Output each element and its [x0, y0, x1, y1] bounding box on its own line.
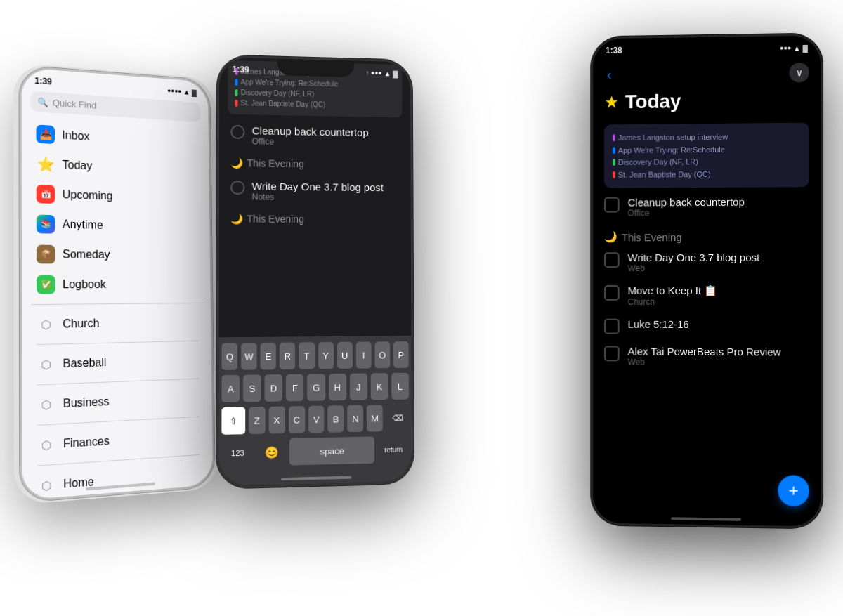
checkbox-middle-2[interactable] [230, 181, 244, 195]
key-g[interactable]: G [308, 374, 325, 401]
checkbox-middle-1[interactable] [230, 125, 244, 139]
key-j[interactable]: J [350, 374, 367, 400]
battery-icon-middle: ▓ [393, 70, 398, 77]
task-right-evening-4[interactable]: Alex Tai PowerBeats Pro Review Web [593, 339, 821, 374]
task-content-middle-2: Write Day One 3.7 blog post Notes [252, 180, 384, 203]
keyboard[interactable]: Q W E R T Y U I O P A S D F G H [218, 336, 412, 487]
key-m[interactable]: M [367, 405, 383, 431]
wifi-icon-middle: ▲ [384, 70, 391, 77]
sidebar-area-label-business: Business [63, 395, 110, 410]
key-q[interactable]: Q [222, 343, 238, 370]
screen-middle: 1:39 ↑ ●●● ▲ ▓ James Langston setup inte… [218, 57, 412, 486]
key-x[interactable]: X [268, 407, 285, 434]
rcal-item-1: James Langston setup interview [613, 131, 801, 144]
someday-icon: 📦 [37, 245, 55, 264]
battery-icon-left: ▓ [192, 89, 197, 96]
star-icon: ★ [604, 92, 620, 112]
back-button-right[interactable]: ‹ [604, 64, 614, 86]
area-icon-home: ⬡ [37, 476, 56, 496]
key-l[interactable]: L [391, 373, 409, 400]
sidebar-area-office[interactable]: ⬡ Office [28, 497, 208, 500]
task-row-middle-2[interactable]: Write Day One 3.7 blog post Notes [219, 173, 411, 210]
sidebar-label-someday: Someday [63, 248, 110, 261]
key-z[interactable]: Z [249, 407, 265, 434]
moon-icon-middle-2: 🌙 [230, 213, 242, 224]
rcal-dot-1 [613, 134, 615, 141]
key-space[interactable]: space [289, 436, 374, 465]
sidebar-divider [31, 303, 203, 305]
key-emoji[interactable]: 😊 [257, 438, 286, 466]
cal-text-3: Discovery Day (NF, LR) [241, 88, 315, 99]
task-right-evening-3[interactable]: Luke 5:12-16 [593, 313, 821, 341]
rcal-text-4: St. Jean Baptiste Day (QC) [618, 168, 711, 180]
key-e[interactable]: E [261, 343, 276, 370]
key-r[interactable]: R [280, 342, 295, 369]
section-header-right-evening: 🌙 This Evening [593, 223, 821, 246]
task-sub-evening-2: Church [628, 297, 718, 307]
area-divider-1 [37, 341, 198, 345]
key-f[interactable]: F [286, 374, 303, 402]
key-row-2: A S D F G H J K L [221, 373, 408, 402]
checkbox-evening-2[interactable] [604, 285, 620, 301]
task-sub-middle-2: Notes [252, 192, 384, 203]
key-d[interactable]: D [265, 374, 282, 402]
task-content-evening-3: Luke 5:12-16 [628, 318, 689, 330]
task-right-evening-2[interactable]: Move to Keep It 📋 Church [593, 279, 821, 313]
phone-middle: 1:39 ↑ ●●● ▲ ▓ James Langston setup inte… [216, 55, 414, 488]
key-t[interactable]: T [299, 342, 314, 369]
sidebar-item-anytime[interactable]: 📚 Anytime [27, 209, 204, 242]
checkbox-evening-3[interactable] [604, 319, 620, 334]
task-row-middle-1[interactable]: Cleanup back countertop Office [219, 117, 410, 155]
checkbox-evening-4[interactable] [604, 346, 620, 361]
logbook-icon: ✅ [37, 275, 55, 294]
upcoming-icon: 📅 [37, 185, 55, 204]
area-icon-baseball: ⬡ [37, 355, 55, 374]
key-o[interactable]: O [374, 341, 390, 368]
task-content-evening-1: Write Day One 3.7 blog post Web [628, 251, 760, 273]
key-n[interactable]: N [348, 405, 364, 433]
key-delete[interactable]: ⌫ [386, 405, 409, 432]
key-h[interactable]: H [329, 374, 346, 401]
sidebar-item-logbook[interactable]: ✅ Logbook [27, 269, 205, 299]
sidebar-item-upcoming[interactable]: 📅 Upcoming [27, 178, 204, 214]
key-numbers[interactable]: 123 [221, 439, 254, 467]
sidebar-area-church[interactable]: ⬡ Church [28, 308, 207, 340]
chevron-down-icon: ∨ [796, 67, 803, 78]
signal-icon-left: ●●●● [167, 87, 181, 95]
inbox-icon: 📥 [36, 124, 55, 144]
sidebar-area-label-church: Church [63, 317, 99, 330]
key-u[interactable]: U [337, 342, 353, 369]
key-k[interactable]: K [370, 373, 388, 400]
key-c[interactable]: C [289, 406, 305, 433]
chevron-button-right[interactable]: ∨ [790, 63, 809, 83]
key-p[interactable]: P [393, 341, 409, 368]
fab-button[interactable]: + [778, 475, 809, 506]
key-s[interactable]: S [243, 374, 261, 402]
sidebar-area-baseball[interactable]: ⬡ Baseball [28, 345, 207, 380]
signal-icon-middle: ●●● [371, 70, 382, 77]
status-icons-middle: ↑ ●●● ▲ ▓ [366, 69, 398, 77]
task-text-evening-4: Alex Tai PowerBeats Pro Review [628, 346, 781, 358]
task-right-evening-1[interactable]: Write Day One 3.7 blog post Web [593, 246, 821, 279]
task-text-evening-2: Move to Keep It 📋 [628, 284, 718, 297]
key-v[interactable]: V [308, 406, 325, 433]
area-icon-business: ⬡ [37, 395, 55, 414]
key-y[interactable]: Y [318, 342, 334, 369]
key-a[interactable]: A [221, 375, 240, 402]
key-w[interactable]: W [241, 343, 257, 370]
sidebar-area-business[interactable]: ⬡ Business [28, 383, 207, 421]
key-row-3: ⇧ Z X C V B N M ⌫ [221, 405, 409, 435]
task-content-evening-4: Alex Tai PowerBeats Pro Review Web [628, 346, 781, 368]
task-right-1[interactable]: Cleanup back countertop Office [593, 190, 821, 223]
sidebar-item-someday[interactable]: 📦 Someday [27, 239, 205, 270]
key-shift[interactable]: ⇧ [221, 407, 245, 434]
checkbox-evening-1[interactable] [604, 252, 620, 268]
key-b[interactable]: B [328, 405, 344, 433]
sidebar-area-label-finances: Finances [63, 435, 110, 451]
key-return[interactable]: return [378, 435, 409, 463]
key-i[interactable]: I [356, 342, 372, 369]
signal-icon-right: ●●● [780, 44, 791, 51]
sidebar-main-items: 📥 Inbox ⭐ Today 📅 Upcoming 📚 Anytime 📦 [22, 118, 211, 300]
checkbox-right-1[interactable] [604, 197, 620, 213]
area-icon-church: ⬡ [37, 315, 55, 334]
